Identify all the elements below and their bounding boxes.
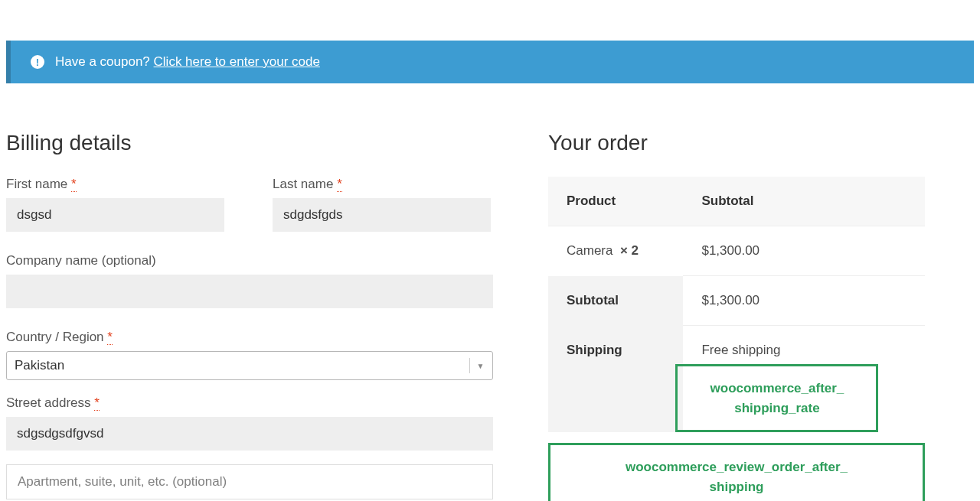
street2-input[interactable]: Apartment, suite, unit, etc. (optional) xyxy=(6,464,493,499)
company-input[interactable] xyxy=(6,275,493,308)
required-asterisk: * xyxy=(107,330,113,345)
item-qty: × 2 xyxy=(620,243,639,258)
company-label: Company name (optional) xyxy=(6,253,493,268)
street-input[interactable] xyxy=(6,417,493,451)
country-value: Pakistan xyxy=(15,358,64,373)
street-label-text: Street address xyxy=(6,395,91,410)
hook-after-shipping-rate: woocommerce_after_shipping_rate xyxy=(675,364,878,432)
billing-title: Billing details xyxy=(6,131,493,155)
order-section: Your order Product Subtotal Camera × 2 $… xyxy=(548,131,925,501)
coupon-link[interactable]: Click here to enter your code xyxy=(154,54,320,69)
info-icon: ! xyxy=(31,55,44,69)
last-name-label-text: Last name xyxy=(273,177,333,191)
subtotal-value: $1,300.00 xyxy=(683,276,925,326)
first-name-input[interactable] xyxy=(6,198,224,232)
last-name-label: Last name * xyxy=(273,177,493,192)
first-name-label-text: First name xyxy=(6,177,67,191)
order-table: Product Subtotal Camera × 2 $1,300.00 Su… xyxy=(548,177,925,432)
hook-review-order-after-shipping: woocommerce_review_order_after_shipping xyxy=(548,443,925,501)
country-label-text: Country / Region xyxy=(6,330,104,344)
required-asterisk: * xyxy=(71,177,77,192)
last-name-input[interactable] xyxy=(273,198,491,232)
item-subtotal: $1,300.00 xyxy=(683,226,925,276)
country-select[interactable]: Pakistan ▼ xyxy=(6,351,493,380)
shipping-label: Shipping xyxy=(548,326,683,433)
required-asterisk: * xyxy=(337,177,342,192)
shipping-value: Free shipping xyxy=(689,343,925,358)
country-label: Country / Region * xyxy=(6,330,493,345)
chevron-down-icon: ▼ xyxy=(469,358,485,373)
coupon-banner: ! Have a coupon? Click here to enter you… xyxy=(6,41,974,83)
first-name-label: First name * xyxy=(6,177,227,192)
coupon-text: Have a coupon? Click here to enter your … xyxy=(55,54,320,70)
item-name: Camera xyxy=(567,243,612,258)
billing-section: Billing details First name * Last name * xyxy=(6,131,493,501)
subtotal-label: Subtotal xyxy=(548,276,683,326)
table-row: Camera × 2 $1,300.00 xyxy=(548,226,925,276)
order-title: Your order xyxy=(548,131,925,155)
col-subtotal: Subtotal xyxy=(683,177,925,226)
street-label: Street address * xyxy=(6,395,493,411)
required-asterisk: * xyxy=(94,395,100,411)
col-product: Product xyxy=(548,177,683,226)
coupon-question: Have a coupon? xyxy=(55,54,150,69)
